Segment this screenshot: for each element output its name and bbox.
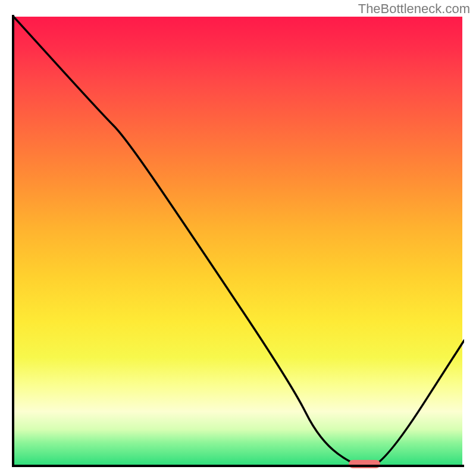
chart-container: TheBottleneck.com — [0, 0, 476, 476]
plot-area — [12, 15, 464, 467]
bottleneck-curve — [12, 15, 464, 467]
optimal-range-marker — [349, 460, 380, 468]
watermark-label: TheBottleneck.com — [358, 1, 470, 17]
